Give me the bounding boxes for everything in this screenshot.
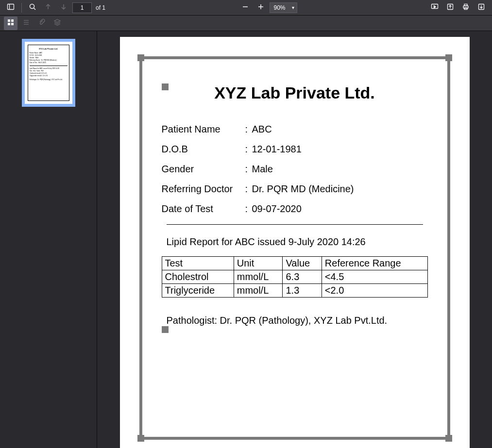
main-area: XYZ Lab Private Ltd. Patient Name : ABC … (0, 31, 492, 448)
print-button[interactable] (459, 1, 473, 15)
next-page-button[interactable] (57, 1, 70, 15)
lab-results-table: Test Unit Value Reference Range Cholestr… (162, 256, 428, 298)
minus-icon (241, 3, 249, 13)
find-button[interactable] (26, 1, 39, 15)
open-icon (446, 3, 454, 13)
print-icon (462, 3, 470, 13)
svg-rect-17 (11, 23, 14, 25)
thumbnail-sidebar: XYZ Lab Private Ltd. Patient Name : ABC … (0, 31, 97, 448)
zoom-out-button[interactable] (238, 1, 252, 15)
zoom-select[interactable]: 90% (270, 2, 297, 13)
report-title: Lipid Report for ABC issued 9-July 2020 … (162, 236, 428, 248)
info-row-patient-name: Patient Name:ABC (162, 124, 428, 135)
page-thumbnail-1[interactable]: XYZ Lab Private Ltd. Patient Name : ABC … (22, 39, 75, 107)
table-row: Triglyceride mmol/L 1.3 <2.0 (162, 284, 427, 298)
plus-icon (257, 3, 265, 13)
svg-point-2 (30, 4, 34, 8)
svg-rect-15 (11, 19, 14, 22)
arrow-down-icon (60, 3, 68, 13)
table-row: Cholestrol mmol/L 6.3 <4.5 (162, 270, 427, 284)
pathologist-line: Pathologist: Dr. PQR (Pathology), XYZ La… (162, 315, 428, 326)
info-row-date-of-test: Date of Test:09-07-2020 (162, 203, 428, 215)
thumbnails-icon (7, 18, 15, 28)
svg-marker-8 (434, 5, 436, 8)
document-title: XYZ Lab Private Ltd. (162, 83, 428, 102)
search-icon (29, 3, 36, 13)
presentation-icon (431, 3, 439, 13)
thumbnails-view-button[interactable] (4, 17, 17, 30)
prev-page-button[interactable] (41, 1, 55, 15)
svg-rect-14 (8, 19, 10, 22)
info-row-dob: D.O.B:12-01-1981 (162, 144, 428, 155)
info-row-gender: Gender:Male (162, 164, 428, 175)
svg-rect-0 (8, 4, 14, 9)
sidebar-toggle-button[interactable] (4, 1, 17, 15)
outline-view-button[interactable] (19, 17, 33, 30)
arrow-up-icon (44, 3, 52, 13)
layers-view-button[interactable] (51, 17, 64, 30)
paperclip-icon (38, 18, 46, 28)
page-total-label: of 1 (96, 4, 105, 11)
sidebar-icon (7, 3, 15, 13)
attachments-view-button[interactable] (35, 17, 49, 30)
pdf-viewer[interactable]: XYZ Lab Private Ltd. Patient Name:ABC D.… (97, 31, 492, 448)
divider (167, 224, 423, 225)
layers-icon (53, 18, 61, 28)
separator (21, 3, 22, 13)
pdf-page-1: XYZ Lab Private Ltd. Patient Name:ABC D.… (120, 37, 470, 448)
svg-rect-11 (464, 4, 467, 6)
presentation-button[interactable] (428, 1, 441, 15)
thumb-title: XYZ Lab Private Ltd. (30, 48, 68, 50)
pdf-toolbar: of 1 90% (0, 0, 492, 16)
zoom-in-button[interactable] (254, 1, 268, 15)
download-icon (477, 3, 485, 13)
open-file-button[interactable] (443, 1, 457, 15)
sidebar-toolbar (0, 16, 492, 31)
outline-icon (22, 18, 30, 28)
page-number-input[interactable] (72, 2, 92, 13)
download-button[interactable] (475, 1, 488, 15)
table-header-row: Test Unit Value Reference Range (162, 257, 427, 270)
svg-rect-12 (464, 8, 467, 10)
info-row-referring-doctor: Referring Doctor:Dr. PQR MD (Medicine) (162, 183, 428, 195)
svg-line-3 (34, 8, 36, 10)
svg-rect-16 (8, 23, 10, 25)
